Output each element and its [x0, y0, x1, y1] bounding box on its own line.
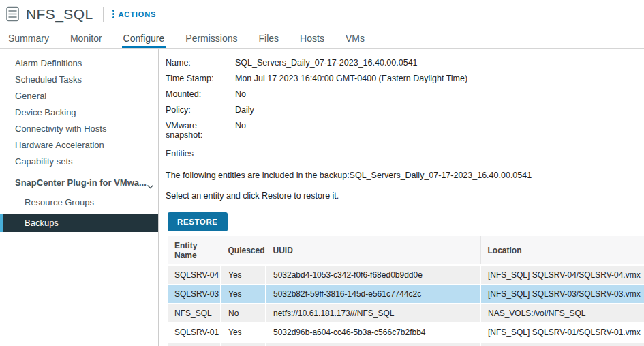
tab-permissions[interactable]: Permissions [184, 28, 239, 48]
cell-quiesced[interactable]: No [221, 304, 266, 323]
detail-label: Time Stamp: [166, 74, 235, 83]
vertical-ellipsis-icon [112, 10, 114, 18]
cell-uuid[interactable]: 5032abd4-1053-c342-f0f6-f68ed0b9dd0e [266, 265, 480, 285]
tab-bar: Summary Monitor Configure Permissions Fi… [0, 28, 644, 49]
entities-description: The following entities are included in t… [166, 171, 644, 180]
table-row[interactable]: SQLSRV-03 Yes 5032b82f-59ff-3816-145d-e5… [168, 285, 644, 304]
title-divider [103, 7, 104, 22]
cell-location[interactable]: [NFS_SQL] SQLSRV-02/SQLSRV-02.vmx [480, 342, 644, 346]
title-bar: NFS_SQL ACTIONS [0, 0, 644, 28]
detail-label: Name: [166, 58, 235, 68]
cell-entity-name[interactable]: SQLSRV-01 [168, 323, 221, 342]
actions-button[interactable]: ACTIONS [112, 10, 157, 18]
detail-value: Mon Jul 17 2023 16:40:00 GMT-0400 (Easte… [235, 74, 467, 83]
cell-location[interactable]: [NFS_SQL] SQLSRV-03/SQLSRV-03.vmx [480, 285, 644, 304]
cell-entity-name[interactable]: NFS_SQL [168, 304, 221, 323]
column-header-entity-name[interactable]: Entity Name [168, 236, 221, 265]
sidebar-item-scheduled-tasks[interactable]: Scheduled Tasks [0, 72, 158, 88]
sidebar-item-resource-groups[interactable]: Resource Groups [0, 194, 158, 211]
tab-hosts[interactable]: Hosts [298, 28, 326, 48]
cell-quiesced[interactable]: Yes [221, 285, 266, 304]
cell-location[interactable]: [NFS_SQL] SQLSRV-04/SQLSRV-04.vmx [480, 265, 644, 285]
sidebar-item-general[interactable]: General [0, 88, 158, 104]
entities-heading: Entities [166, 149, 644, 158]
detail-label: Policy: [166, 105, 235, 115]
table-row[interactable]: SQLSRV-02 Yes 5032b089-b980-c93d-f397-58… [168, 342, 644, 346]
tab-files[interactable]: Files [258, 28, 281, 48]
detail-label: VMware snapshot: [166, 121, 235, 140]
actions-label: ACTIONS [119, 10, 157, 18]
configure-sidebar: Alarm Definitions Scheduled Tasks Genera… [0, 49, 159, 346]
column-header-location[interactable]: Location [480, 236, 644, 265]
detail-row-vmware-snapshot: VMware snapshot: No [166, 121, 644, 140]
entities-divider [166, 164, 644, 164]
datastore-icon [5, 6, 20, 22]
cell-uuid[interactable]: 5032d96b-a604-cc46-5b3a-c566c7b2fbb4 [266, 323, 480, 342]
sidebar-item-alarm-definitions[interactable]: Alarm Definitions [0, 55, 158, 72]
column-header-uuid[interactable]: UUID [266, 236, 480, 265]
cell-uuid[interactable]: 5032b089-b980-c93d-f397-58e5a720812e [266, 342, 480, 346]
cell-quiesced[interactable]: Yes [221, 323, 266, 342]
restore-button[interactable]: RESTORE [168, 212, 228, 231]
detail-value: SQL_Servers_Daily_07-17-2023_16.40.00.05… [235, 58, 418, 68]
table-row[interactable]: NFS_SQL No netfs://10.61.181.173///NFS_S… [168, 304, 644, 323]
detail-row-policy: Policy: Daily [166, 105, 644, 115]
cell-uuid[interactable]: netfs://10.61.181.173///NFS_SQL [266, 304, 480, 323]
sidebar-item-connectivity-with-hosts[interactable]: Connectivity with Hosts [0, 121, 158, 137]
cell-location[interactable]: [NFS_SQL] SQLSRV-01/SQLSRV-01.vmx [480, 323, 644, 342]
sidebar-item-capability-sets[interactable]: Capability sets [0, 154, 158, 170]
detail-value: No [235, 89, 246, 99]
chevron-down-icon [147, 179, 154, 187]
detail-value: Daily [235, 105, 254, 115]
table-row[interactable]: SQLSRV-01 Yes 5032d96b-a604-cc46-5b3a-c5… [168, 323, 644, 342]
detail-row-mounted: Mounted: No [166, 89, 644, 99]
cell-quiesced[interactable]: Yes [221, 342, 266, 346]
tab-summary[interactable]: Summary [7, 28, 50, 48]
cell-entity-name[interactable]: SQLSRV-04 [168, 265, 221, 285]
backup-details: Name: SQL_Servers_Daily_07-17-2023_16.40… [166, 58, 644, 140]
entities-table: Entity Name Quiesced UUID Location SQLSR… [168, 236, 644, 346]
tab-configure[interactable]: Configure [122, 28, 166, 48]
page-title: NFS_SQL [26, 6, 93, 23]
cell-entity-name[interactable]: SQLSRV-02 [168, 342, 221, 346]
sidebar-item-device-backing[interactable]: Device Backing [0, 104, 158, 121]
tab-vms[interactable]: VMs [344, 28, 366, 48]
table-header-row: Entity Name Quiesced UUID Location [168, 236, 644, 265]
snapcenter-group-label: SnapCenter Plug-in for VMwa... [15, 175, 147, 191]
cell-entity-name[interactable]: SQLSRV-03 [168, 285, 221, 304]
cell-quiesced[interactable]: Yes [221, 265, 266, 285]
sidebar-item-hardware-acceleration[interactable]: Hardware Acceleration [0, 137, 158, 154]
sidebar-item-backups[interactable]: Backups [0, 214, 158, 232]
column-header-quiesced[interactable]: Quiesced [221, 236, 266, 265]
cell-location[interactable]: NAS_VOLS:/vol/NFS_SQL [480, 304, 644, 323]
detail-value: No [235, 121, 246, 140]
detail-label: Mounted: [166, 89, 235, 99]
detail-row-name: Name: SQL_Servers_Daily_07-17-2023_16.40… [166, 58, 644, 68]
sidebar-item-snapcenter-plugin[interactable]: SnapCenter Plug-in for VMwa... [0, 175, 158, 191]
cell-uuid[interactable]: 5032b82f-59ff-3816-145d-e561c7744c2c [266, 285, 480, 304]
tab-monitor[interactable]: Monitor [69, 28, 104, 48]
entities-instruction: Select an entity and click Restore to re… [166, 191, 644, 201]
table-row[interactable]: SQLSRV-04 Yes 5032abd4-1053-c342-f0f6-f6… [168, 265, 644, 285]
backup-detail-panel: Name: SQL_Servers_Daily_07-17-2023_16.40… [159, 49, 644, 346]
detail-row-timestamp: Time Stamp: Mon Jul 17 2023 16:40:00 GMT… [166, 74, 644, 83]
